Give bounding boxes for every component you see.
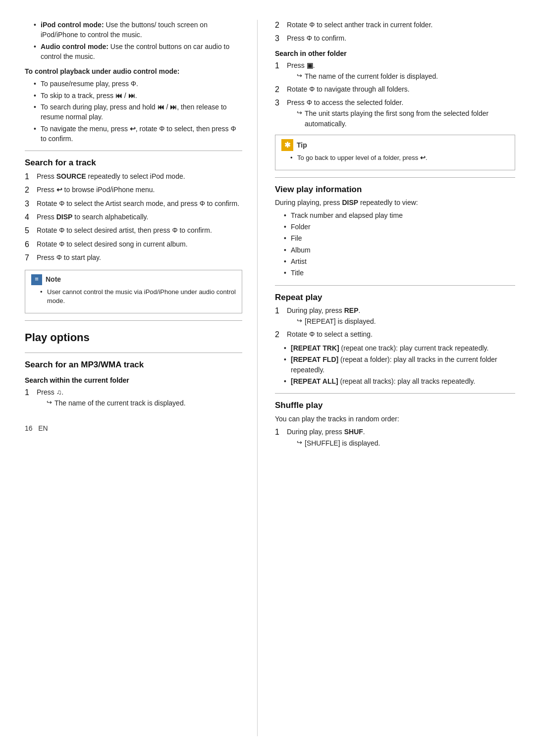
left-column: iPod control mode: Use the buttons/ touc… <box>0 20 258 736</box>
search-track-step-1: 1 Press SOURCE repeatedly to select iPod… <box>25 171 242 182</box>
search-track-step-6: 6 Rotate Φ to select desired song in cur… <box>25 239 242 250</box>
within-content-1: Press ♫. ↪ The name of the current track… <box>37 387 242 408</box>
control-bullet-1: To pause/resume play, press Φ. <box>34 79 242 89</box>
repeat-num-2: 2 <box>275 329 287 340</box>
search-mp3-header: Search for an MP3/WMA track <box>25 359 242 371</box>
divider-1 <box>25 151 242 151</box>
control-bullet-3: To search during play, press and hold ⏮ … <box>34 102 242 122</box>
shuffle-arrow-text-1: [SHUFFLE] is displayed. <box>305 438 380 448</box>
control-mode-bullets: To pause/resume play, press Φ. To skip t… <box>25 79 242 144</box>
tip-bullet-1: To go back to upper level of a folder, p… <box>290 153 509 163</box>
search-track-step-3: 3 Rotate Φ to select the Artist search m… <box>25 199 242 209</box>
search-track-header: Search for a track <box>25 157 242 169</box>
within-content-3: Press Φ to confirm. <box>287 33 515 43</box>
note-header: ≡ Note <box>31 274 236 285</box>
control-bullet-2: To skip to a track, press ⏮ / ⏭. <box>34 91 242 101</box>
audio-mode-label: Audio control mode: <box>41 43 108 50</box>
within-num-2: 2 <box>275 20 287 31</box>
tip-box: ✱ Tip To go back to upper level of a fol… <box>275 135 515 170</box>
repeat-step-2: 2 Rotate Φ to select a setting. <box>275 329 515 340</box>
intro-bullet-list: iPod control mode: Use the buttons/ touc… <box>25 20 242 61</box>
note-label: Note <box>46 274 61 284</box>
page-number: 16 EN <box>25 423 242 433</box>
repeat-play-list: 1 During play, press REP. ↪ [REPEAT] is … <box>275 305 515 340</box>
step-num-3: 3 <box>25 199 37 209</box>
repeat-bullet-trk: [REPEAT TRK] (repeat one track): play cu… <box>284 343 515 353</box>
divider-right-2 <box>275 285 515 286</box>
other-arrow-1: ↪ The name of the current folder is disp… <box>287 71 515 81</box>
view-bullet-2: Folder <box>284 222 515 232</box>
note-bullet-1: User cannot control the music via iPod/i… <box>40 288 236 306</box>
search-other-header: Search in other folder <box>275 49 515 58</box>
search-other-step-3: 3 Press Φ to access the selected folder.… <box>275 98 515 129</box>
search-within-list: 1 Press ♫. ↪ The name of the current tra… <box>25 387 242 408</box>
arrow-icon-3: ↪ <box>297 108 302 118</box>
search-other-list: 1 Press ▣. ↪ The name of the current fol… <box>275 60 515 129</box>
within-arrow-text-1: The name of the current track is display… <box>54 398 186 408</box>
step-content-6: Rotate Φ to select desired song in curre… <box>37 239 242 249</box>
note-icon: ≡ <box>31 274 42 285</box>
arrow-icon-1: ↪ <box>47 398 52 407</box>
other-content-1: Press ▣. ↪ The name of the current folde… <box>287 60 515 82</box>
other-content-3: Press Φ to access the selected folder. ↪… <box>287 98 515 129</box>
note-bullet-list: User cannot control the music via iPod/i… <box>31 288 236 306</box>
repeat-step-1: 1 During play, press REP. ↪ [REPEAT] is … <box>275 305 515 327</box>
shuffle-list: 1 During play, press SHUF. ↪ [SHUFFLE] i… <box>275 427 515 448</box>
other-arrow-text-1: The name of the current folder is displa… <box>305 71 438 81</box>
other-num-3: 3 <box>275 98 287 108</box>
view-info-intro: During playing, press DISP repeatedly to… <box>275 198 515 207</box>
step-content-4: Press DISP to search alphabetically. <box>37 212 242 222</box>
within-content-2: Rotate Φ to select anther track in curre… <box>287 20 515 30</box>
within-num-3: 3 <box>275 33 287 44</box>
repeat-arrow-1: ↪ [REPEAT] is displayed. <box>287 316 515 326</box>
view-bullet-1: Track number and elapsed play time <box>284 210 515 220</box>
repeat-bullets: [REPEAT TRK] (repeat one track): play cu… <box>275 343 515 386</box>
divider-right-3 <box>275 393 515 394</box>
tip-label: Tip <box>297 140 307 150</box>
within-num-1: 1 <box>25 387 37 398</box>
shuffle-num-1: 1 <box>275 427 287 438</box>
repeat-content-2: Rotate Φ to select a setting. <box>287 329 515 339</box>
view-bullet-3: File <box>284 233 515 243</box>
page-num-value: 16 <box>25 424 33 432</box>
repeat-play-header: Repeat play <box>275 292 515 304</box>
intro-bullet-ipod: iPod control mode: Use the buttons/ touc… <box>34 20 242 40</box>
step-content-7: Press Φ to start play. <box>37 252 242 262</box>
view-info-header: View play information <box>275 184 515 196</box>
play-options-header: Play options <box>25 330 242 346</box>
search-within-header: Search within the current folder <box>25 375 242 385</box>
right-column: 2 Rotate Φ to select anther track in cur… <box>258 20 535 736</box>
divider-3 <box>25 353 242 353</box>
repeat-arrow-text-1: [REPEAT] is displayed. <box>305 316 376 326</box>
step-content-3: Rotate Φ to select the Artist search mod… <box>37 199 242 208</box>
search-other-step-2: 2 Rotate Φ to navigate through all folde… <box>275 84 515 95</box>
other-num-1: 1 <box>275 60 287 71</box>
other-num-2: 2 <box>275 84 287 95</box>
search-track-step-7: 7 Press Φ to start play. <box>25 252 242 263</box>
arrow-icon-rep: ↪ <box>297 316 302 326</box>
repeat-content-1: During play, press REP. ↪ [REPEAT] is di… <box>287 305 515 327</box>
tip-bullet-list: To go back to upper level of a folder, p… <box>281 153 509 163</box>
divider-right-1 <box>275 177 515 178</box>
repeat-bullet-all: [REPEAT ALL] (repeat all tracks): play a… <box>284 376 515 386</box>
step-num-1: 1 <box>25 171 37 182</box>
view-bullet-4: Album <box>284 245 515 255</box>
step-content-5: Rotate Φ to select desired artist, then … <box>37 225 242 235</box>
search-track-step-2: 2 Press ↩ to browse iPod/iPhone menu. <box>25 185 242 196</box>
shuffle-intro: You can play the tracks in random order: <box>275 414 515 424</box>
control-bullet-4: To navigate the menu, press ↩, rotate Φ … <box>34 124 242 144</box>
view-bullet-5: Artist <box>284 256 515 266</box>
search-other-step-1: 1 Press ▣. ↪ The name of the current fol… <box>275 60 515 82</box>
divider-2 <box>25 320 242 321</box>
view-bullet-6: Title <box>284 268 515 278</box>
page: iPod control mode: Use the buttons/ touc… <box>0 0 535 756</box>
step-content-2: Press ↩ to browse iPod/iPhone menu. <box>37 185 242 195</box>
repeat-bullet-fld: [REPEAT FLD] (repeat a folder): play all… <box>284 354 515 375</box>
step-num-2: 2 <box>25 185 37 196</box>
shuffle-content-1: During play, press SHUF. ↪ [SHUFFLE] is … <box>287 427 515 448</box>
repeat-num-1: 1 <box>275 305 287 316</box>
search-track-list: 1 Press SOURCE repeatedly to select iPod… <box>25 171 242 264</box>
tip-header: ✱ Tip <box>281 139 509 151</box>
other-arrow-3: ↪ The unit starts playing the first song… <box>287 108 515 129</box>
search-track-step-4: 4 Press DISP to search alphabetically. <box>25 212 242 223</box>
